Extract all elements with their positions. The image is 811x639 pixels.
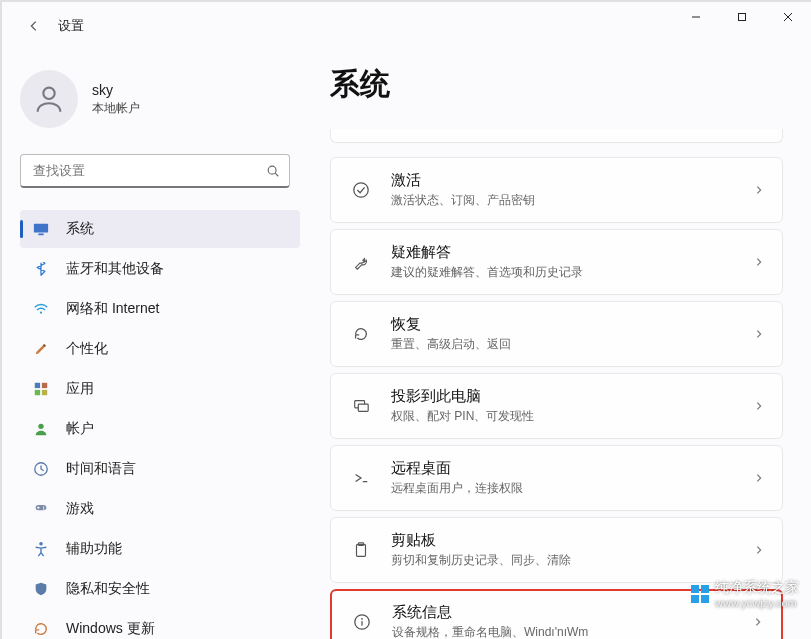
sidebar-item-8[interactable]: 辅助功能	[20, 530, 300, 568]
svg-point-16	[43, 508, 44, 509]
svg-rect-21	[357, 545, 366, 557]
sidebar-item-label: 应用	[66, 380, 94, 398]
svg-rect-25	[361, 621, 362, 626]
svg-point-17	[39, 542, 43, 546]
sidebar-item-3[interactable]: 个性化	[20, 330, 300, 368]
svg-line-4	[275, 173, 278, 176]
svg-rect-8	[35, 383, 40, 388]
sidebar-item-label: 辅助功能	[66, 540, 122, 558]
sidebar-item-label: 网络和 Internet	[66, 300, 159, 318]
user-name: sky	[92, 82, 140, 98]
card-title: 投影到此电脑	[391, 387, 534, 406]
sidebar-item-9[interactable]: 隐私和安全性	[20, 570, 300, 608]
user-block[interactable]: sky 本地帐户	[20, 70, 300, 128]
sidebar-item-label: 游戏	[66, 500, 94, 518]
sidebar-item-2[interactable]: 网络和 Internet	[20, 290, 300, 328]
sidebar-item-label: 隐私和安全性	[66, 580, 150, 598]
sidebar-item-4[interactable]: 应用	[20, 370, 300, 408]
card-subtitle: 设备规格，重命名电脑、Windı'nıWm	[392, 624, 588, 639]
card-subtitle: 建议的疑难解答、首选项和历史记录	[391, 264, 583, 281]
chevron-right-icon	[754, 257, 764, 267]
recovery-icon	[349, 325, 373, 343]
gamepad-icon	[32, 500, 50, 518]
svg-rect-5	[34, 224, 48, 233]
svg-rect-9	[42, 383, 47, 388]
sidebar-item-label: 蓝牙和其他设备	[66, 260, 164, 278]
system-icon	[32, 220, 50, 238]
window-controls	[673, 2, 811, 32]
info-icon	[350, 613, 374, 631]
user-subtitle: 本地帐户	[92, 100, 140, 117]
sidebar-nav: 系统蓝牙和其他设备网络和 Internet个性化应用帐户时间和语言游戏辅助功能隐…	[20, 210, 300, 639]
chevron-right-icon	[754, 185, 764, 195]
card-title: 剪贴板	[391, 531, 571, 550]
maximize-button[interactable]	[719, 2, 765, 32]
avatar	[20, 70, 78, 128]
card-title: 恢复	[391, 315, 511, 334]
sidebar-item-6[interactable]: 时间和语言	[20, 450, 300, 488]
svg-point-12	[38, 424, 43, 429]
sidebar-item-7[interactable]: 游戏	[20, 490, 300, 528]
chevron-right-icon	[754, 473, 764, 483]
sidebar-item-0[interactable]: 系统	[20, 210, 300, 248]
settings-card-3[interactable]: 投影到此电脑权限、配对 PIN、可发现性	[330, 373, 783, 439]
card-subtitle: 重置、高级启动、返回	[391, 336, 511, 353]
accessibility-icon	[32, 540, 50, 558]
settings-card-list: 激活激活状态、订阅、产品密钥疑难解答建议的疑难解答、首选项和历史记录恢复重置、高…	[330, 157, 783, 639]
search-icon	[266, 164, 280, 178]
update-icon	[32, 620, 50, 638]
chevron-right-icon	[753, 617, 763, 627]
card-title: 激活	[391, 171, 535, 190]
svg-rect-10	[35, 390, 40, 395]
check-circle-icon	[349, 181, 373, 199]
sidebar-item-5[interactable]: 帐户	[20, 410, 300, 448]
svg-point-24	[361, 618, 363, 620]
svg-rect-11	[42, 390, 47, 395]
sidebar-item-label: 帐户	[66, 420, 94, 438]
bluetooth-icon	[32, 260, 50, 278]
card-title: 远程桌面	[391, 459, 523, 478]
wifi-icon	[32, 300, 50, 318]
settings-card-4[interactable]: 远程桌面远程桌面用户，连接权限	[330, 445, 783, 511]
svg-rect-20	[358, 404, 368, 411]
svg-point-2	[43, 88, 54, 99]
settings-card-5[interactable]: 剪贴板剪切和复制历史记录、同步、清除	[330, 517, 783, 583]
card-subtitle: 远程桌面用户，连接权限	[391, 480, 523, 497]
settings-card-0[interactable]: 激活激活状态、订阅、产品密钥	[330, 157, 783, 223]
svg-point-3	[268, 166, 276, 174]
brush-icon	[32, 340, 50, 358]
card-subtitle: 权限、配对 PIN、可发现性	[391, 408, 534, 425]
settings-card-6[interactable]: 系统信息设备规格，重命名电脑、Windı'nıWm	[330, 589, 783, 639]
sidebar-item-label: 系统	[66, 220, 94, 238]
search-input[interactable]	[20, 154, 290, 188]
minimize-button[interactable]	[673, 2, 719, 32]
svg-rect-1	[739, 14, 746, 21]
sidebar-item-label: 个性化	[66, 340, 108, 358]
chevron-right-icon	[754, 545, 764, 555]
card-subtitle: 剪切和复制历史记录、同步、清除	[391, 552, 571, 569]
apps-icon	[32, 380, 50, 398]
card-title: 系统信息	[392, 603, 588, 622]
card-sliver	[330, 129, 783, 143]
sidebar-item-label: 时间和语言	[66, 460, 136, 478]
chevron-right-icon	[754, 329, 764, 339]
settings-card-1[interactable]: 疑难解答建议的疑难解答、首选项和历史记录	[330, 229, 783, 295]
page-title: 系统	[330, 64, 783, 105]
remote-icon	[349, 469, 373, 487]
person-icon	[32, 420, 50, 438]
card-subtitle: 激活状态、订阅、产品密钥	[391, 192, 535, 209]
wrench-icon	[349, 253, 373, 271]
svg-point-18	[354, 183, 368, 197]
projecting-icon	[349, 397, 373, 415]
sidebar-item-1[interactable]: 蓝牙和其他设备	[20, 250, 300, 288]
svg-point-15	[43, 506, 44, 507]
chevron-right-icon	[754, 401, 764, 411]
back-button[interactable]	[20, 12, 48, 40]
sidebar-item-10[interactable]: Windows 更新	[20, 610, 300, 639]
settings-card-2[interactable]: 恢复重置、高级启动、返回	[330, 301, 783, 367]
svg-point-7	[40, 311, 42, 313]
app-title: 设置	[58, 17, 84, 35]
card-title: 疑难解答	[391, 243, 583, 262]
close-button[interactable]	[765, 2, 811, 32]
sidebar-item-label: Windows 更新	[66, 620, 155, 638]
